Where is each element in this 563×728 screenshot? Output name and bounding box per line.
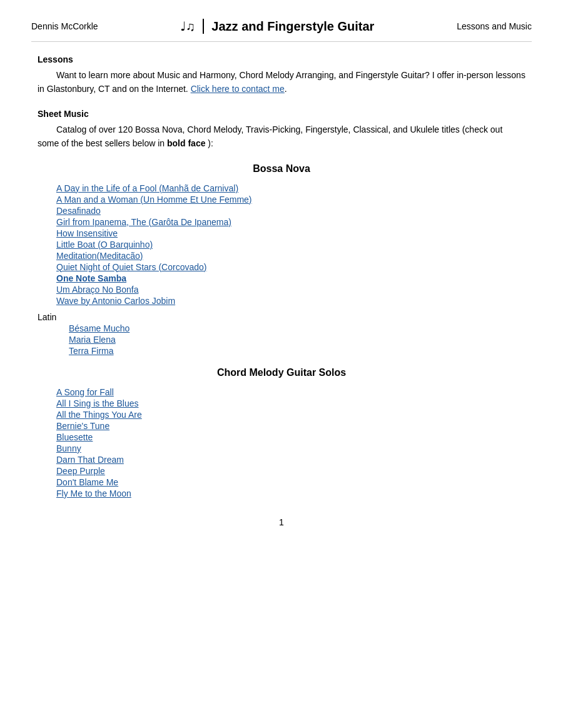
list-item: Bluesette [56, 432, 525, 442]
music-icon: ♩♫ [180, 19, 195, 34]
header-subtitle: Lessons and Music [457, 21, 532, 31]
song-link[interactable]: Wave by Antonio Carlos Jobim [56, 296, 175, 306]
song-link[interactable]: A Man and a Woman (Un Homme Et Une Femme… [56, 195, 252, 205]
list-item: Meditation(Meditacão) [56, 251, 525, 261]
lessons-body: Want to learn more about Music and Harmo… [38, 68, 525, 96]
list-item: All I Sing is the Blues [56, 398, 525, 408]
sheet-music-body-text: Catalog of over 120 Bossa Nova, Chord Me… [38, 124, 502, 148]
song-link[interactable]: Bluesette [56, 432, 93, 442]
list-item: Maria Elena [69, 335, 525, 345]
list-item: A Song for Fall [56, 387, 525, 397]
list-item: Um Abraço No Bonfa [56, 285, 525, 295]
bossa-nova-list: A Day in the Life of a Fool (Manhã de Ca… [38, 183, 525, 306]
list-item: A Man and a Woman (Un Homme Et Une Femme… [56, 195, 525, 205]
list-item: Darn That Dream [56, 455, 525, 465]
list-item: Terra Firma [69, 346, 525, 356]
list-item: Fly Me to the Moon [56, 488, 525, 498]
list-item: Wave by Antonio Carlos Jobim [56, 296, 525, 306]
list-item: Bernie's Tune [56, 421, 525, 431]
list-item: A Day in the Life of a Fool (Manhã de Ca… [56, 183, 525, 193]
sheet-music-body: Catalog of over 120 Bossa Nova, Chord Me… [38, 123, 525, 151]
song-link[interactable]: Maria Elena [69, 335, 116, 345]
title-divider [203, 19, 204, 34]
song-link[interactable]: A Day in the Life of a Fool (Manhã de Ca… [56, 183, 238, 193]
lessons-heading: Lessons [38, 54, 525, 64]
list-item: Don't Blame Me [56, 477, 525, 487]
song-link[interactable]: Meditation(Meditacão) [56, 251, 143, 261]
song-link[interactable]: Bunny [56, 443, 81, 453]
song-link[interactable]: Quiet Night of Quiet Stars (Corcovado) [56, 262, 206, 272]
song-link-one-note-samba[interactable]: One Note Samba [56, 273, 126, 283]
list-item-bold: One Note Samba [56, 273, 525, 283]
song-link[interactable]: A Song for Fall [56, 387, 114, 397]
list-item: Bunny [56, 443, 525, 453]
song-link[interactable]: Little Boat (O Barquinho) [56, 240, 153, 250]
site-title-block: ♩♫ Jazz and Fingerstyle Guitar [180, 19, 374, 34]
bold-face-label: bold face [167, 138, 205, 148]
latin-subsection-label: Latin [38, 312, 525, 322]
lessons-text: Want to learn more about Music and Harmo… [38, 68, 525, 96]
song-link[interactable]: Desafinado [56, 206, 101, 216]
song-link[interactable]: Bernie's Tune [56, 421, 109, 431]
song-link[interactable]: How Insensitive [56, 228, 118, 238]
song-link[interactable]: All the Things You Are [56, 410, 142, 420]
list-item: Bésame Mucho [69, 323, 525, 333]
list-item: Desafinado [56, 206, 525, 216]
sheet-music-body-end: ): [208, 138, 213, 148]
list-item: How Insensitive [56, 228, 525, 238]
latin-song-list: Bésame Mucho Maria Elena Terra Firma [38, 323, 525, 356]
song-link[interactable]: Darn That Dream [56, 455, 124, 465]
song-link[interactable]: Girl from Ipanema, The (Garôta De Ipanem… [56, 217, 231, 227]
chord-melody-list: A Song for Fall All I Sing is the Blues … [38, 387, 525, 498]
song-link[interactable]: All I Sing is the Blues [56, 398, 139, 408]
author-name: Dennis McCorkle [31, 21, 98, 31]
list-item: Deep Purple [56, 466, 525, 476]
song-link[interactable]: Don't Blame Me [56, 477, 118, 487]
contact-link[interactable]: Click here to contact me [191, 84, 285, 94]
song-link[interactable]: Terra Firma [69, 346, 114, 356]
song-link[interactable]: Deep Purple [56, 466, 105, 476]
site-title: Jazz and Fingerstyle Guitar [211, 19, 374, 34]
song-link[interactable]: Fly Me to the Moon [56, 488, 131, 498]
bossa-nova-heading: Bossa Nova [38, 163, 525, 174]
list-item: Girl from Ipanema, The (Garôta De Ipanem… [56, 217, 525, 227]
list-item: Quiet Night of Quiet Stars (Corcovado) [56, 262, 525, 272]
page-number: 1 [31, 517, 532, 527]
sheet-music-text: Catalog of over 120 Bossa Nova, Chord Me… [38, 123, 525, 151]
song-link[interactable]: Um Abraço No Bonfa [56, 285, 139, 295]
page-header: Dennis McCorkle ♩♫ Jazz and Fingerstyle … [31, 19, 532, 42]
main-content: Lessons Want to learn more about Music a… [31, 54, 532, 498]
chord-melody-heading: Chord Melody Guitar Solos [38, 367, 525, 378]
list-item: All the Things You Are [56, 410, 525, 420]
song-link[interactable]: Bésame Mucho [69, 323, 129, 333]
list-item: Little Boat (O Barquinho) [56, 240, 525, 250]
sheet-music-heading: Sheet Music [38, 109, 525, 119]
page: Dennis McCorkle ♩♫ Jazz and Fingerstyle … [0, 0, 563, 728]
